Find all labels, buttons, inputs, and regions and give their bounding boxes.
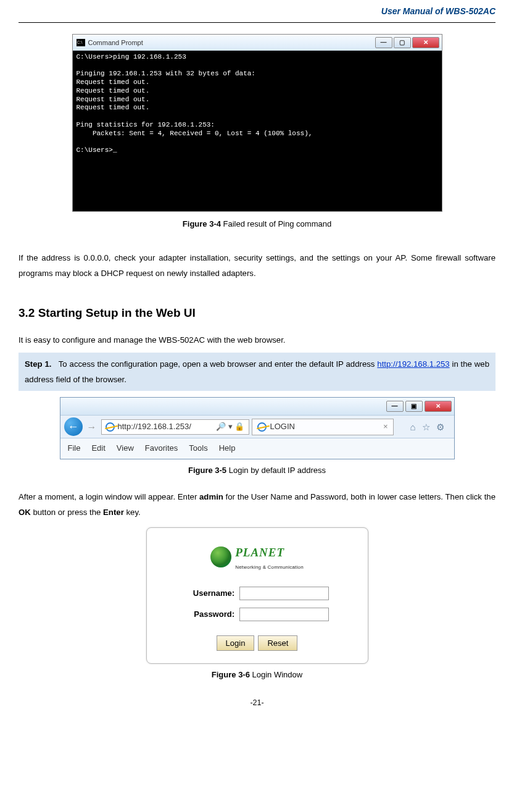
browser-address-row: ← → http://192.168.1.253/ 🔎 ▾ 🔒 LOGIN × … (60, 415, 454, 438)
minimize-button[interactable]: — (375, 37, 392, 48)
menu-favorites[interactable]: Favorites (145, 441, 178, 456)
login-button[interactable]: Login (217, 635, 255, 651)
header-rule (19, 22, 495, 23)
figure-text: Login Window (250, 670, 302, 679)
address-bar[interactable]: http://192.168.1.253/ 🔎 ▾ 🔒 (101, 419, 249, 435)
login-logo: PLANET Networking & Communication (162, 542, 353, 572)
terminal-icon (77, 39, 85, 46)
figure-text: Login by default IP address (226, 466, 326, 475)
body-paragraph-3: After a moment, a login window will appe… (19, 489, 495, 520)
browser-menubar: File Edit View Favorites Tools Help (60, 438, 454, 458)
password-label: Password: (185, 607, 234, 622)
section-3-2-heading: 3.2 Starting Setup in the Web UI (19, 302, 495, 324)
ie-logo-icon (106, 422, 115, 432)
close-button[interactable]: ✕ (425, 401, 452, 412)
tools-icon[interactable]: ⚙ (436, 419, 444, 436)
cmd-titlebar: Command Prompt — ▢ ✕ (73, 35, 442, 51)
step-1-text-a: To access the configuration page, open a… (59, 359, 378, 369)
figure-text: Failed result of Ping command (221, 219, 331, 228)
body-paragraph-1: If the address is 0.0.0.0, check your ad… (19, 250, 495, 281)
tab-title: LOGIN (270, 419, 295, 434)
menu-edit[interactable]: Edit (91, 441, 105, 456)
default-ip-link[interactable]: http://192.168.1.253 (377, 359, 449, 369)
cmd-title: Command Prompt (88, 36, 143, 49)
back-button[interactable]: ← (64, 417, 83, 436)
reset-button[interactable]: Reset (258, 635, 297, 651)
command-prompt-window: Command Prompt — ▢ ✕ C:\Users>ping 192.1… (72, 34, 442, 212)
browser-window: — ▣ ✕ ← → http://192.168.1.253/ 🔎 ▾ 🔒 LO… (60, 397, 455, 459)
minimize-button[interactable]: — (386, 401, 404, 412)
cmd-output: C:\Users>ping 192.168.1.253 Pinging 192.… (73, 51, 442, 211)
tab-close-icon[interactable]: × (383, 419, 388, 434)
browser-titlebar: — ▣ ✕ (60, 398, 454, 415)
page-number: -21- (19, 696, 495, 710)
brand-name: PLANET (235, 542, 304, 563)
figure-label: Figure 3-5 (188, 466, 226, 475)
maximize-button[interactable]: ▢ (394, 37, 411, 48)
planet-globe-icon (210, 546, 231, 567)
url-text: http://192.168.1.253/ (118, 419, 191, 434)
browser-tab[interactable]: LOGIN × (252, 419, 394, 435)
username-label: Username: (185, 586, 234, 601)
ie-logo-icon (257, 422, 267, 432)
forward-button[interactable]: → (85, 420, 99, 433)
step-1-label: Step 1. (25, 359, 51, 369)
page-header: User Manual of WBS-502AC (0, 0, 514, 22)
password-input[interactable] (239, 608, 329, 621)
figure-3-4-caption: Figure 3-4 Failed result of Ping command (19, 217, 495, 232)
home-icon[interactable]: ⌂ (410, 419, 415, 436)
step-1-box: Step 1. To access the configuration page… (19, 353, 495, 391)
url-controls[interactable]: 🔎 ▾ 🔒 (216, 419, 244, 434)
figure-3-6-caption: Figure 3-6 Login Window (19, 668, 495, 682)
figure-label: Figure 3-4 (183, 219, 221, 228)
maximize-button[interactable]: ▣ (405, 401, 423, 412)
figure-label: Figure 3-6 (212, 670, 250, 679)
username-input[interactable] (239, 587, 329, 600)
menu-file[interactable]: File (68, 441, 81, 456)
login-window: PLANET Networking & Communication Userna… (146, 527, 368, 664)
brand-subtitle: Networking & Communication (235, 563, 304, 572)
manual-title: User Manual of WBS-502AC (381, 4, 495, 20)
favorites-icon[interactable]: ☆ (422, 419, 430, 436)
close-button[interactable]: ✕ (412, 37, 439, 48)
menu-help[interactable]: Help (219, 441, 236, 456)
menu-view[interactable]: View (117, 441, 134, 456)
menu-tools[interactable]: Tools (189, 441, 207, 456)
body-paragraph-2: It is easy to configure and manage the W… (19, 332, 495, 348)
figure-3-5-caption: Figure 3-5 Login by default IP address (19, 463, 495, 478)
